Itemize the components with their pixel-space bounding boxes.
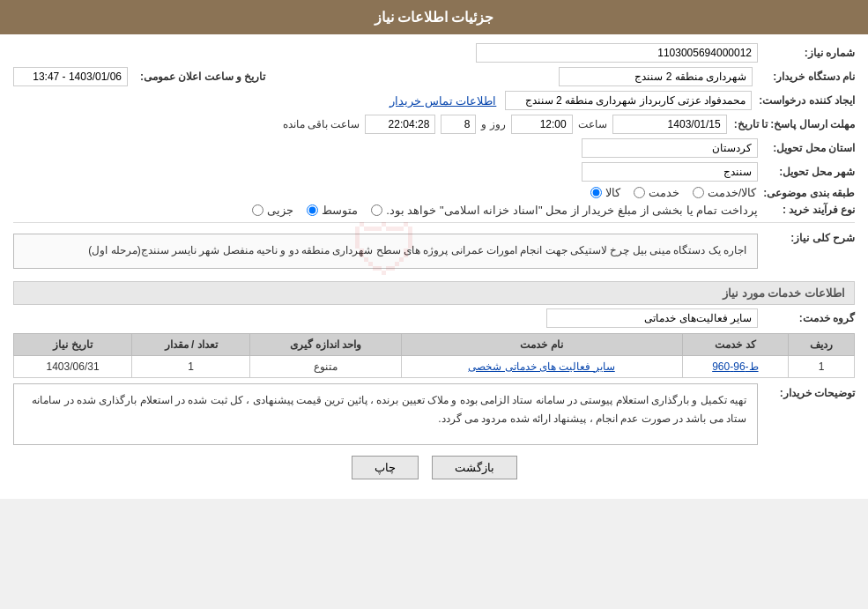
cell-row: 1 xyxy=(789,355,855,377)
city-row: شهر محل تحویل: xyxy=(13,162,855,182)
category-row: طبقه بندی موضوعی: کالا/خدمت خدمت کالا xyxy=(13,186,855,199)
need-description-text: اجاره یک دستگاه مینی بیل چرخ لاستیکی جهت… xyxy=(88,244,746,256)
purchase-text-label: پرداخت تمام یا بخشی از مبلغ خریدار از مح… xyxy=(386,204,758,217)
service-group-label: گروه خدمت: xyxy=(758,312,855,324)
buyer-notes-box: تهیه تکمیل و بارگذاری استعلام پیوستی در … xyxy=(13,383,758,445)
category-kala-radio[interactable] xyxy=(590,187,602,198)
divider-1 xyxy=(13,222,855,223)
announce-datetime-label: تاریخ و ساعت اعلان عمومی: xyxy=(133,71,265,83)
col-code: کد خدمت xyxy=(682,333,789,355)
need-description-row: شرح کلی نیاز: 🛡 اجاره یک دستگاه مینی بیل… xyxy=(13,228,855,274)
purchase-radio-group: پرداخت تمام یا بخشی از مبلغ خریدار از مح… xyxy=(252,204,758,217)
deadline-label: مهلت ارسال پاسخ: تا تاریخ: xyxy=(727,118,855,130)
services-table: ردیف کد خدمت نام خدمت واحد اندازه گیری ت… xyxy=(13,333,855,378)
time-label: ساعت xyxy=(578,118,607,130)
page-title: جزئیات اطلاعات نیاز xyxy=(375,10,494,25)
purchase-type-row: نوع فرآیند خرید : پرداخت تمام یا بخشی از… xyxy=(13,204,855,217)
creator-input[interactable] xyxy=(505,91,752,110)
category-label: طبقه بندی موضوعی: xyxy=(756,187,855,199)
city-input[interactable] xyxy=(582,162,758,182)
city-label: شهر محل تحویل: xyxy=(758,166,855,178)
province-input[interactable] xyxy=(582,138,758,158)
purchase-type-options: پرداخت تمام یا بخشی از مبلغ خریدار از مح… xyxy=(252,204,758,217)
service-group-row: گروه خدمت: xyxy=(13,308,855,328)
need-description-box: 🛡 اجاره یک دستگاه مینی بیل چرخ لاستیکی ج… xyxy=(13,234,758,269)
services-table-header-row: ردیف کد خدمت نام خدمت واحد اندازه گیری ت… xyxy=(14,333,855,355)
creator-row: ایجاد کننده درخواست: اطلاعات تماس خریدار xyxy=(13,91,855,110)
category-kala-label: کالا xyxy=(605,186,620,199)
remaining-time-input[interactable] xyxy=(365,115,435,134)
services-section-header: اطلاعات خدمات مورد نیاز xyxy=(13,281,855,305)
purchase-motavasset-radio[interactable] xyxy=(307,204,318,216)
page-wrapper: جزئیات اطلاعات نیاز شماره نیاز: نام دستگ… xyxy=(0,0,868,499)
need-number-row: شماره نیاز: xyxy=(13,43,855,63)
creator-label: ایجاد کننده درخواست: xyxy=(752,94,855,107)
col-date: تاریخ نیاز xyxy=(14,333,132,355)
purchase-option-jozi: جزیی xyxy=(252,204,293,217)
purchase-jozi-label: جزیی xyxy=(267,204,293,217)
cell-unit: متنوع xyxy=(250,355,402,377)
cell-quantity: 1 xyxy=(132,355,250,377)
remaining-label: ساعت باقی مانده xyxy=(283,118,360,130)
main-content: شماره نیاز: نام دستگاه خریدار: تاریخ و س… xyxy=(0,34,868,499)
need-number-label: شماره نیاز: xyxy=(758,47,855,59)
category-radio-group: کالا/خدمت خدمت کالا xyxy=(590,186,757,199)
category-kala-khedmat-label: کالا/خدمت xyxy=(708,186,757,199)
print-button[interactable]: چاپ xyxy=(352,456,419,479)
need-description-label: شرح کلی نیاز: xyxy=(758,228,855,244)
buyer-notes-text: تهیه تکمیل و بارگذاری استعلام پیوستی در … xyxy=(32,394,746,426)
col-name: نام خدمت xyxy=(401,333,682,355)
action-buttons: بازگشت چاپ xyxy=(13,456,855,479)
buyer-org-label: نام دستگاه خریدار: xyxy=(758,71,855,83)
deadline-time-input[interactable] xyxy=(511,115,573,134)
buyer-notes-label: توضیحات خریدار: xyxy=(758,383,855,399)
category-option-kala: کالا xyxy=(590,186,620,199)
col-quantity: تعداد / مقدار xyxy=(132,333,250,355)
deadline-date-input[interactable] xyxy=(612,115,727,134)
service-group-input[interactable] xyxy=(546,308,758,328)
purchase-option-text: پرداخت تمام یا بخشی از مبلغ خریدار از مح… xyxy=(371,204,758,217)
announce-datetime-input[interactable] xyxy=(13,67,128,86)
purchase-motavasset-label: متوسط xyxy=(322,204,358,217)
purchase-type-label: نوع فرآیند خرید : xyxy=(758,204,855,216)
deadline-days-input[interactable] xyxy=(441,115,476,134)
page-header: جزئیات اطلاعات نیاز xyxy=(0,0,868,34)
col-unit: واحد اندازه گیری xyxy=(250,333,402,355)
buyer-org-row: نام دستگاه خریدار: تاریخ و ساعت اعلان عم… xyxy=(13,67,855,86)
category-option-khedmat: خدمت xyxy=(634,186,679,199)
category-kala-khedmat-radio[interactable] xyxy=(693,187,704,198)
purchase-option-motavasset: متوسط xyxy=(307,204,358,217)
province-label: استان محل تحویل: xyxy=(758,142,855,154)
buyer-org-input[interactable] xyxy=(559,67,753,86)
category-khedmat-label: خدمت xyxy=(649,186,679,199)
need-number-input[interactable] xyxy=(476,43,758,63)
cell-date: 1403/06/31 xyxy=(14,355,132,377)
days-label: روز و xyxy=(481,118,505,130)
col-row: ردیف xyxy=(789,333,855,355)
purchase-text-radio[interactable] xyxy=(371,204,382,216)
category-option-kala-khedmat: کالا/خدمت xyxy=(693,186,757,199)
purchase-jozi-radio[interactable] xyxy=(252,204,263,216)
cell-name[interactable]: سایر فعالیت های خدماتی شخصی xyxy=(401,355,682,377)
services-table-body: 1 ط-96-960 سایر فعالیت های خدماتی شخصی م… xyxy=(14,355,855,377)
category-khedmat-radio[interactable] xyxy=(634,187,645,198)
deadline-row: مهلت ارسال پاسخ: تا تاریخ: ساعت روز و سا… xyxy=(13,115,855,134)
cell-code[interactable]: ط-96-960 xyxy=(682,355,789,377)
back-button[interactable]: بازگشت xyxy=(432,456,517,479)
contact-info-link[interactable]: اطلاعات تماس خریدار xyxy=(389,94,496,108)
buyer-notes-row: توضیحات خریدار: تهیه تکمیل و بارگذاری اس… xyxy=(13,383,855,445)
province-row: استان محل تحویل: xyxy=(13,138,855,158)
table-row: 1 ط-96-960 سایر فعالیت های خدماتی شخصی م… xyxy=(14,355,855,377)
services-table-header: ردیف کد خدمت نام خدمت واحد اندازه گیری ت… xyxy=(14,333,855,355)
